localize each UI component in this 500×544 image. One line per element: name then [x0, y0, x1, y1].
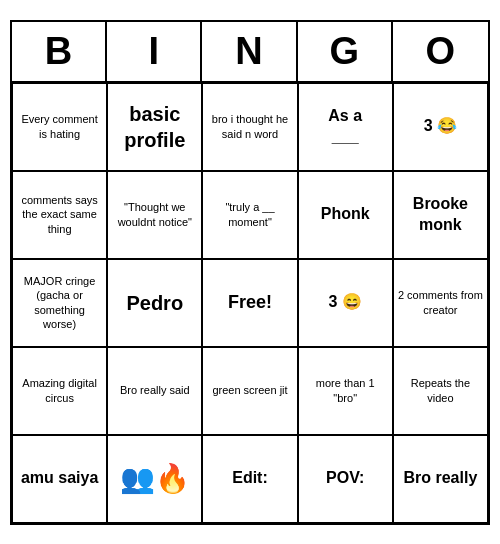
cell-0: Every comment is hating [12, 83, 107, 171]
cell-7: "truly a __ moment" [202, 171, 297, 259]
cell-8: Phonk [298, 171, 393, 259]
cell-24: Bro really [393, 435, 488, 523]
cell-12-free: Free! [202, 259, 297, 347]
cell-10: MAJOR cringe (gacha or something worse) [12, 259, 107, 347]
cell-1: basic profile [107, 83, 202, 171]
letter-b: B [12, 22, 107, 81]
cell-4: 3 😂 [393, 83, 488, 171]
letter-g: G [298, 22, 393, 81]
bingo-grid: Every comment is hating basic profile br… [12, 83, 488, 523]
cell-15: Amazing digital circus [12, 347, 107, 435]
cell-19: Repeats the video [393, 347, 488, 435]
cell-20: amu saiya [12, 435, 107, 523]
cell-2: bro i thought he said n word [202, 83, 297, 171]
bingo-card: B I N G O Every comment is hating basic … [10, 20, 490, 525]
cell-11: Pedro [107, 259, 202, 347]
cell-9: Brooke monk [393, 171, 488, 259]
bingo-header: B I N G O [12, 22, 488, 83]
cell-21: 👥🔥 [107, 435, 202, 523]
cell-6: "Thought we wouldnt notice" [107, 171, 202, 259]
cell-5: comments says the exact same thing [12, 171, 107, 259]
cell-16: Bro really said [107, 347, 202, 435]
cell-13: 3 😄 [298, 259, 393, 347]
letter-i: I [107, 22, 202, 81]
cell-14: 2 comments from creator [393, 259, 488, 347]
cell-22: Edit: [202, 435, 297, 523]
letter-n: N [202, 22, 297, 81]
cell-17: green screen jit [202, 347, 297, 435]
cell-23: POV: [298, 435, 393, 523]
letter-o: O [393, 22, 488, 81]
cell-3: As a ___ [298, 83, 393, 171]
cell-18: more than 1 "bro" [298, 347, 393, 435]
